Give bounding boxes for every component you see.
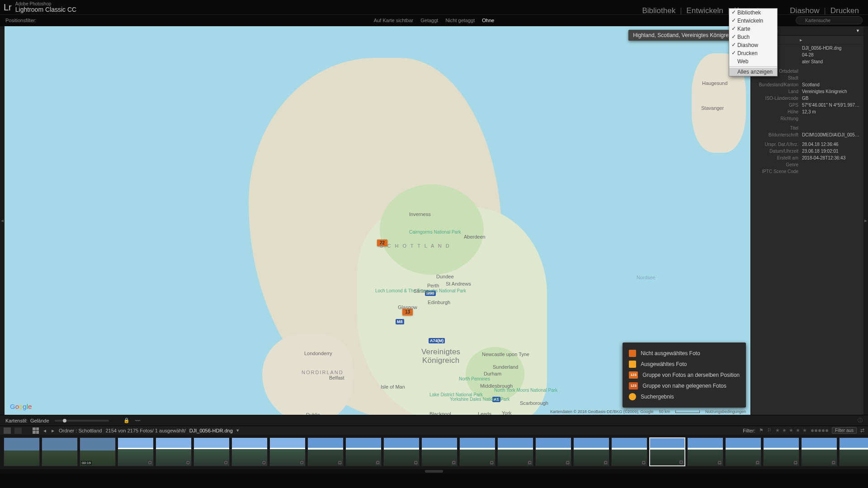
filter-none[interactable]: Ohne xyxy=(482,18,494,23)
nav-forward-icon[interactable]: ▸ xyxy=(51,427,55,434)
map-search-input[interactable] xyxy=(796,16,863,24)
filmstrip-thumb[interactable]: ▢ xyxy=(535,437,571,466)
city-edinburgh: Edinburgh xyxy=(428,300,450,305)
metadata-row[interactable]: Titel xyxy=(751,125,863,131)
menu-item-slideshow[interactable]: Diashow xyxy=(729,41,777,49)
filmstrip-thumb[interactable]: ▢ xyxy=(345,437,382,466)
filmstrip-thumb[interactable]: ▢ xyxy=(763,437,799,466)
flag-reject-icon[interactable]: ⚐ xyxy=(767,427,772,433)
city-scarborough: Scarborough xyxy=(520,400,548,406)
park-nymoors: North York Moors National Park xyxy=(494,388,526,393)
meta-key: Urspr. Dat./Uhrz. xyxy=(755,142,802,147)
city-st-andrews: St Andrews xyxy=(446,281,471,286)
legend-icon-unselected xyxy=(629,350,636,357)
meta-key: Land xyxy=(755,89,802,94)
preset-value: ▸ xyxy=(800,37,802,43)
position-filter-label: Positionsfilter: xyxy=(5,18,36,23)
metadata-row[interactable]: Richtung xyxy=(751,115,863,122)
filter-lock-icon[interactable]: ⇄ xyxy=(860,427,864,433)
filter-preset-select[interactable]: Filter aus xyxy=(832,427,857,434)
track-icon[interactable]: 〰 xyxy=(135,418,140,423)
filmstrip[interactable]: 00:19▢▢▢▢▢▢▢▢▢▢▢▢▢▢▢▢▢▢▢▢ xyxy=(0,435,868,469)
filmstrip-thumb[interactable] xyxy=(42,437,78,466)
filter-visible[interactable]: Auf Karte sichtbar xyxy=(374,18,413,23)
metadata-row[interactable]: Bundesland/KantonScotland xyxy=(751,81,863,88)
metadata-row[interactable]: Erstellt am2018-04-28T12:36:43 xyxy=(751,155,863,161)
metadata-row[interactable]: Urspr. Dat./Uhrz.28.04.18 12:36:46 xyxy=(751,141,863,148)
filmstrip-thumb[interactable]: ▢ xyxy=(801,437,837,466)
scale-label: 50 km xyxy=(659,409,670,414)
filmstrip-thumb[interactable]: ▢ xyxy=(193,437,230,466)
metadata-row[interactable]: Datum/Uhrzeit23.06.18 19:02:01 xyxy=(751,148,863,155)
filter-tagged[interactable]: Getaggt xyxy=(420,18,438,23)
dropdown-icon[interactable]: ▾ xyxy=(236,427,239,433)
filmstrip-thumb[interactable]: ▢ xyxy=(611,437,647,466)
menu-item-book[interactable]: Buch xyxy=(729,33,777,41)
metadata-row[interactable]: BildunterschriftDCIM\100MEDIA\DJI_0056.J… xyxy=(751,131,863,138)
filmstrip-thumb[interactable]: ▢ xyxy=(118,437,154,466)
menu-item-library[interactable]: Bibliothek xyxy=(729,9,777,17)
filmstrip-thumb[interactable]: ▢ xyxy=(421,437,458,466)
filmstrip-thumb[interactable]: ▢ xyxy=(687,437,723,466)
module-print[interactable]: Drucken xyxy=(826,6,863,15)
legend-icon-group-same: 123 xyxy=(629,371,638,379)
map-area[interactable]: 22 13 M90 A74(M) M8 A1 Glasgow Edinburgh… xyxy=(5,26,750,415)
flag-pick-icon[interactable]: ⚑ xyxy=(759,427,764,433)
city-belfast: Belfast xyxy=(329,375,344,380)
grid-view-icon[interactable] xyxy=(33,427,39,434)
filmstrip-thumb[interactable]: ▢ xyxy=(725,437,761,466)
module-develop[interactable]: Entwickeln xyxy=(682,6,727,15)
mapstyle-value[interactable]: Gelände xyxy=(30,418,49,423)
mapstyle-control[interactable]: Kartenstil: Gelände xyxy=(5,418,49,423)
filmstrip-thumb[interactable] xyxy=(4,437,40,466)
thumb-badge-icon: ▢ xyxy=(679,460,684,465)
filmstrip-thumb[interactable]: ▢ xyxy=(307,437,344,466)
meta-value: DCIM\100MEDIA\DJI_0056.JPG xyxy=(802,132,860,137)
city-durham: Durham xyxy=(484,371,501,376)
module-library[interactable]: Bibliothek xyxy=(637,6,680,15)
meta-key: GPS xyxy=(755,103,802,108)
menu-item-map[interactable]: Karte xyxy=(729,25,777,33)
filmstrip-thumb[interactable]: ▢ xyxy=(839,437,868,466)
rating-stars[interactable]: ★ ★ ★ ★ ★ xyxy=(775,427,807,433)
filmstrip-thumb[interactable]: ▢ xyxy=(269,437,306,466)
module-context-menu[interactable]: Bibliothek Entwickeln Karte Buch Diashow… xyxy=(729,8,778,76)
left-panel-flag[interactable]: ◂ xyxy=(0,26,5,415)
filmstrip-thumb[interactable]: ▢ xyxy=(459,437,495,466)
menu-item-web[interactable]: Web xyxy=(729,57,777,66)
filmstrip-thumb[interactable]: ▢ xyxy=(649,437,685,466)
color-labels[interactable] xyxy=(811,429,828,432)
clip-duration: 00:19 xyxy=(81,461,92,465)
info-toggle-icon[interactable]: ⓘ xyxy=(858,417,863,424)
filmstrip-path[interactable]: Ordner : Schottland xyxy=(59,428,102,433)
secondary-display-icon[interactable] xyxy=(4,427,11,434)
city-sunderland: Sunderland xyxy=(493,364,518,370)
filmstrip-scrollbar[interactable] xyxy=(0,469,868,474)
zoom-slider[interactable] xyxy=(55,420,109,422)
menu-item-show-all[interactable]: Alles anzeigen xyxy=(729,68,777,76)
metadata-row[interactable]: GPS57°6'46.001" N 4°59'1.997" W xyxy=(751,102,863,108)
metadata-row[interactable]: IPTC Scene Code xyxy=(751,168,863,175)
lock-icon[interactable]: 🔒 xyxy=(123,418,130,423)
map-legend: Nicht ausgewähltes Foto Ausgewähltes Fot… xyxy=(623,343,746,408)
filmstrip-thumb[interactable]: ▢ xyxy=(156,437,192,466)
filmstrip-thumb[interactable]: 00:19 xyxy=(80,437,116,466)
filmstrip-thumb[interactable]: ▢ xyxy=(497,437,533,466)
filmstrip-thumb[interactable]: ▢ xyxy=(573,437,609,466)
filmstrip-counts: 2154 von 2175 Fotos/ 1 ausgewählt/ xyxy=(105,428,185,433)
metadata-row[interactable]: Genre xyxy=(751,161,863,168)
right-panel-flag[interactable]: ▸ xyxy=(863,26,868,415)
nav-back-icon[interactable]: ◂ xyxy=(42,427,47,434)
meta-key: Datum/Uhrzeit xyxy=(755,149,802,154)
metadata-row[interactable]: ISO-LändercodeGB xyxy=(751,95,863,102)
filmstrip-thumb[interactable]: ▢ xyxy=(383,437,420,466)
terms-link[interactable]: Nutzungsbedingungen xyxy=(705,409,746,414)
filter-untagged[interactable]: Nicht getaggt xyxy=(445,18,475,23)
filmstrip-thumb[interactable]: ▢ xyxy=(231,437,268,466)
menu-item-print[interactable]: Drucken xyxy=(729,49,777,57)
module-slideshow[interactable]: Diashow xyxy=(785,6,824,15)
menu-item-develop[interactable]: Entwickeln xyxy=(729,17,777,25)
metadata-row[interactable]: LandVereinigtes Königreich xyxy=(751,88,863,95)
secondary-display-2-icon[interactable] xyxy=(14,427,22,434)
metadata-row[interactable]: Höhe12,3 m xyxy=(751,108,863,115)
